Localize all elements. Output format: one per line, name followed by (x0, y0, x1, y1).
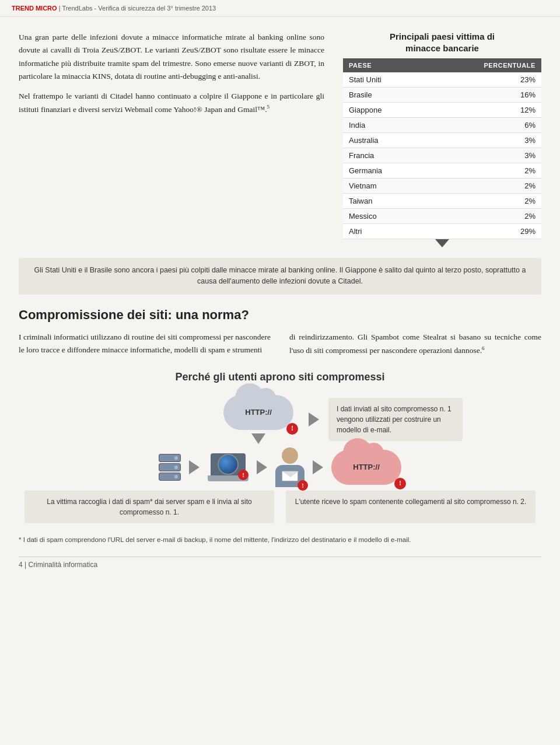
cloud-warn-badge-top: ! (286, 423, 298, 435)
arrow-right-1 (189, 460, 200, 474)
table-cell-paese: Francia (343, 148, 425, 163)
info-box: Gli Stati Uniti e il Brasile sono ancora… (19, 258, 541, 295)
table-row: Vietnam2% (343, 179, 541, 194)
section2-heading: Compromissione dei siti: una norma? (19, 307, 541, 323)
diagram-title: Perché gli utenti aprono siti compromess… (19, 371, 541, 383)
footer-note: * I dati di spam comprendono l'URL del s… (19, 535, 541, 545)
server-group (159, 454, 181, 481)
table-cell-percentuale: 2% (425, 163, 541, 179)
section2-col2: di reindirizzamento. Gli Spambot come St… (289, 331, 541, 357)
footnote-6: 6 (482, 345, 485, 351)
table-cell-percentuale: 29% (425, 224, 541, 239)
page-footer: 4 | Criminalità informatica (19, 557, 541, 569)
info-box-text: Gli Stati Uniti e il Brasile sono ancora… (34, 266, 526, 285)
header-title: | TrendLabs - Verifica di sicurezza del … (59, 5, 216, 12)
section2-col2-text: di reindirizzamento. Gli Spambot come St… (289, 333, 541, 355)
triangle-down-icon (435, 239, 449, 247)
para1: Una gran parte delle infezioni dovute a … (19, 31, 324, 83)
cloud-label-bottom: HTTP:// (353, 463, 380, 471)
person-icon: ! (275, 447, 304, 487)
asterisk-note: * I dati di spam comprendono l'URL del s… (19, 536, 411, 543)
table-cell-percentuale: 3% (425, 133, 541, 148)
table-row: Germania2% (343, 163, 541, 179)
table-header-row: PAESE PERCENTUALE (343, 58, 541, 72)
server-unit-2 (159, 463, 181, 471)
cloud-label-top: HTTP:// (245, 408, 272, 417)
caption-left: La vittima raccoglia i dati di spam* dai… (24, 491, 274, 523)
table-row: Messico2% (343, 209, 541, 224)
diagram-main-row: ! ! HTTP:// ! (19, 447, 541, 487)
arrow-right-icon-top (309, 412, 319, 426)
table-row: Brasile16% (343, 88, 541, 103)
arrow-right-3 (313, 460, 323, 474)
col-paese: PAESE (343, 58, 425, 72)
right-column: Principali paesi vittima diminacce banca… (343, 31, 541, 247)
table-cell-percentuale: 12% (425, 103, 541, 118)
banking-table: PAESE PERCENTUALE Stati Uniti23%Brasile1… (343, 58, 541, 239)
diagram-top-row: HTTP:// ! I dati inviati al sito comprom… (19, 395, 541, 444)
laptop-warn-badge: ! (238, 470, 249, 480)
table-cell-percentuale: 23% (425, 72, 541, 88)
header-bar: TREND MICRO | TrendLabs - Verifica di si… (0, 0, 560, 17)
table-row: Francia3% (343, 148, 541, 163)
cloud-warn-badge-bottom: ! (394, 478, 406, 489)
table-row: Stati Uniti23% (343, 72, 541, 88)
table-title: Principali paesi vittima diminacce banca… (343, 31, 541, 54)
globe-icon (218, 454, 239, 475)
table-cell-percentuale: 2% (425, 194, 541, 209)
caption-right: L'utente riceve lo spam contenente colle… (286, 491, 536, 523)
table-cell-paese: Australia (343, 133, 425, 148)
diagram-captions: La vittima raccoglia i dati di spam* dai… (19, 491, 541, 523)
arrow-right-2 (257, 460, 267, 474)
table-cell-paese: Messico (343, 209, 425, 224)
person-head (282, 447, 298, 464)
table-row: Altri29% (343, 224, 541, 239)
section2-col1: I criminali informatici utilizzano di ro… (19, 331, 271, 357)
table-cell-paese: Stati Uniti (343, 72, 425, 88)
page-footer-text: 4 | Criminalità informatica (19, 561, 97, 569)
http-cloud-bottom: HTTP:// ! (331, 450, 401, 485)
table-row: India6% (343, 118, 541, 133)
arrow-down-icon (251, 433, 265, 444)
footnote-5: 5 (267, 104, 270, 110)
server-unit-3 (159, 473, 181, 481)
table-row: Australia3% (343, 133, 541, 148)
table-cell-paese: Taiwan (343, 194, 425, 209)
table-cell-paese: India (343, 118, 425, 133)
table-row: Taiwan2% (343, 194, 541, 209)
two-col-text: I criminali informatici utilizzano di ro… (19, 331, 541, 357)
top-section: Una gran parte delle infezioni dovute a … (19, 31, 541, 247)
server-unit-1 (159, 454, 181, 462)
section2-col1-text: I criminali informatici utilizzano di ro… (19, 333, 271, 354)
http-cloud-top: HTTP:// ! (223, 395, 293, 430)
left-column: Una gran parte delle infezioni dovute a … (19, 31, 324, 247)
table-cell-percentuale: 3% (425, 148, 541, 163)
table-cell-percentuale: 2% (425, 179, 541, 194)
table-cell-paese: Brasile (343, 88, 425, 103)
table-cell-paese: Altri (343, 224, 425, 239)
person-warn-badge: ! (298, 480, 308, 491)
table-cell-paese: Germania (343, 163, 425, 179)
para2: Nel frattempo le varianti di Citadel han… (19, 90, 324, 116)
table-cell-paese: Giappone (343, 103, 425, 118)
brand-name: TREND MICRO (12, 5, 57, 12)
laptop-wrapper: ! (208, 453, 249, 481)
table-cell-percentuale: 2% (425, 209, 541, 224)
diagram-text-box-top: I dati inviati al sito compromesso n. 1 … (328, 398, 463, 441)
table-cell-percentuale: 16% (425, 88, 541, 103)
table-cell-percentuale: 6% (425, 118, 541, 133)
main-content: Una gran parte delle infezioni dovute a … (0, 17, 560, 580)
col-percentuale: PERCENTUALE (425, 58, 541, 72)
table-cell-paese: Vietnam (343, 179, 425, 194)
table-row: Giappone12% (343, 103, 541, 118)
diagram-section: Perché gli utenti aprono siti compromess… (19, 371, 541, 523)
envelope-icon (282, 471, 298, 481)
